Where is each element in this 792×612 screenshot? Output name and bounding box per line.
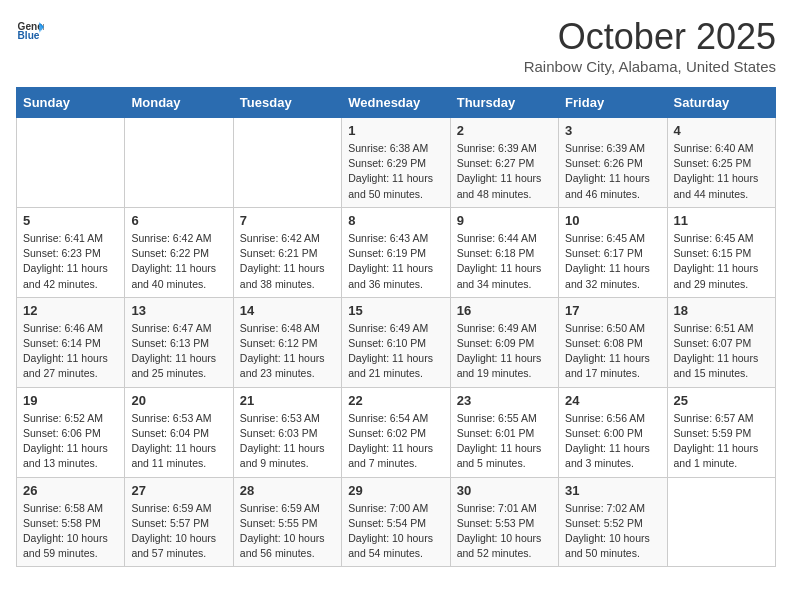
calendar-cell: 25Sunrise: 6:57 AM Sunset: 5:59 PM Dayli…	[667, 387, 775, 477]
calendar-cell: 14Sunrise: 6:48 AM Sunset: 6:12 PM Dayli…	[233, 297, 341, 387]
day-number: 23	[457, 393, 552, 408]
calendar-week-1: 1Sunrise: 6:38 AM Sunset: 6:29 PM Daylig…	[17, 118, 776, 208]
page-header: General Blue October 2025 Rainbow City, …	[16, 16, 776, 75]
day-content: Sunrise: 6:55 AM Sunset: 6:01 PM Dayligh…	[457, 411, 552, 472]
day-content: Sunrise: 6:48 AM Sunset: 6:12 PM Dayligh…	[240, 321, 335, 382]
day-content: Sunrise: 6:57 AM Sunset: 5:59 PM Dayligh…	[674, 411, 769, 472]
day-number: 16	[457, 303, 552, 318]
month-title: October 2025	[524, 16, 776, 58]
day-content: Sunrise: 6:53 AM Sunset: 6:04 PM Dayligh…	[131, 411, 226, 472]
day-number: 13	[131, 303, 226, 318]
day-content: Sunrise: 7:01 AM Sunset: 5:53 PM Dayligh…	[457, 501, 552, 562]
day-content: Sunrise: 6:43 AM Sunset: 6:19 PM Dayligh…	[348, 231, 443, 292]
calendar-cell: 17Sunrise: 6:50 AM Sunset: 6:08 PM Dayli…	[559, 297, 667, 387]
calendar-cell: 26Sunrise: 6:58 AM Sunset: 5:58 PM Dayli…	[17, 477, 125, 567]
calendar-cell: 23Sunrise: 6:55 AM Sunset: 6:01 PM Dayli…	[450, 387, 558, 477]
day-number: 2	[457, 123, 552, 138]
day-number: 7	[240, 213, 335, 228]
day-number: 21	[240, 393, 335, 408]
day-header-sunday: Sunday	[17, 88, 125, 118]
calendar-cell: 27Sunrise: 6:59 AM Sunset: 5:57 PM Dayli…	[125, 477, 233, 567]
day-number: 8	[348, 213, 443, 228]
calendar-cell: 21Sunrise: 6:53 AM Sunset: 6:03 PM Dayli…	[233, 387, 341, 477]
day-content: Sunrise: 6:46 AM Sunset: 6:14 PM Dayligh…	[23, 321, 118, 382]
calendar-week-4: 19Sunrise: 6:52 AM Sunset: 6:06 PM Dayli…	[17, 387, 776, 477]
calendar-cell: 3Sunrise: 6:39 AM Sunset: 6:26 PM Daylig…	[559, 118, 667, 208]
calendar-cell: 11Sunrise: 6:45 AM Sunset: 6:15 PM Dayli…	[667, 207, 775, 297]
day-content: Sunrise: 7:00 AM Sunset: 5:54 PM Dayligh…	[348, 501, 443, 562]
day-content: Sunrise: 6:47 AM Sunset: 6:13 PM Dayligh…	[131, 321, 226, 382]
day-content: Sunrise: 6:45 AM Sunset: 6:17 PM Dayligh…	[565, 231, 660, 292]
day-content: Sunrise: 6:42 AM Sunset: 6:21 PM Dayligh…	[240, 231, 335, 292]
calendar-cell: 18Sunrise: 6:51 AM Sunset: 6:07 PM Dayli…	[667, 297, 775, 387]
calendar-week-5: 26Sunrise: 6:58 AM Sunset: 5:58 PM Dayli…	[17, 477, 776, 567]
calendar-cell: 16Sunrise: 6:49 AM Sunset: 6:09 PM Dayli…	[450, 297, 558, 387]
day-number: 28	[240, 483, 335, 498]
calendar-cell: 24Sunrise: 6:56 AM Sunset: 6:00 PM Dayli…	[559, 387, 667, 477]
day-content: Sunrise: 6:38 AM Sunset: 6:29 PM Dayligh…	[348, 141, 443, 202]
day-content: Sunrise: 6:56 AM Sunset: 6:00 PM Dayligh…	[565, 411, 660, 472]
day-header-monday: Monday	[125, 88, 233, 118]
day-header-saturday: Saturday	[667, 88, 775, 118]
day-header-friday: Friday	[559, 88, 667, 118]
day-number: 10	[565, 213, 660, 228]
calendar-cell: 19Sunrise: 6:52 AM Sunset: 6:06 PM Dayli…	[17, 387, 125, 477]
day-content: Sunrise: 6:44 AM Sunset: 6:18 PM Dayligh…	[457, 231, 552, 292]
logo-icon: General Blue	[16, 16, 44, 44]
calendar-cell: 2Sunrise: 6:39 AM Sunset: 6:27 PM Daylig…	[450, 118, 558, 208]
calendar-cell: 28Sunrise: 6:59 AM Sunset: 5:55 PM Dayli…	[233, 477, 341, 567]
day-number: 11	[674, 213, 769, 228]
calendar-cell: 20Sunrise: 6:53 AM Sunset: 6:04 PM Dayli…	[125, 387, 233, 477]
day-number: 18	[674, 303, 769, 318]
day-content: Sunrise: 6:50 AM Sunset: 6:08 PM Dayligh…	[565, 321, 660, 382]
day-number: 12	[23, 303, 118, 318]
day-number: 5	[23, 213, 118, 228]
day-header-thursday: Thursday	[450, 88, 558, 118]
location-subtitle: Rainbow City, Alabama, United States	[524, 58, 776, 75]
day-content: Sunrise: 6:41 AM Sunset: 6:23 PM Dayligh…	[23, 231, 118, 292]
day-content: Sunrise: 6:51 AM Sunset: 6:07 PM Dayligh…	[674, 321, 769, 382]
day-content: Sunrise: 6:58 AM Sunset: 5:58 PM Dayligh…	[23, 501, 118, 562]
calendar-cell: 5Sunrise: 6:41 AM Sunset: 6:23 PM Daylig…	[17, 207, 125, 297]
day-number: 15	[348, 303, 443, 318]
calendar-cell: 9Sunrise: 6:44 AM Sunset: 6:18 PM Daylig…	[450, 207, 558, 297]
day-number: 3	[565, 123, 660, 138]
day-number: 27	[131, 483, 226, 498]
day-number: 9	[457, 213, 552, 228]
day-content: Sunrise: 6:59 AM Sunset: 5:57 PM Dayligh…	[131, 501, 226, 562]
day-content: Sunrise: 6:54 AM Sunset: 6:02 PM Dayligh…	[348, 411, 443, 472]
day-number: 25	[674, 393, 769, 408]
calendar-cell	[17, 118, 125, 208]
day-content: Sunrise: 6:39 AM Sunset: 6:26 PM Dayligh…	[565, 141, 660, 202]
day-number: 4	[674, 123, 769, 138]
day-content: Sunrise: 6:49 AM Sunset: 6:09 PM Dayligh…	[457, 321, 552, 382]
calendar-cell: 7Sunrise: 6:42 AM Sunset: 6:21 PM Daylig…	[233, 207, 341, 297]
day-header-tuesday: Tuesday	[233, 88, 341, 118]
day-number: 26	[23, 483, 118, 498]
day-number: 17	[565, 303, 660, 318]
calendar-cell: 4Sunrise: 6:40 AM Sunset: 6:25 PM Daylig…	[667, 118, 775, 208]
calendar-cell	[125, 118, 233, 208]
calendar-header-row: SundayMondayTuesdayWednesdayThursdayFrid…	[17, 88, 776, 118]
calendar-week-2: 5Sunrise: 6:41 AM Sunset: 6:23 PM Daylig…	[17, 207, 776, 297]
logo: General Blue	[16, 16, 44, 44]
day-content: Sunrise: 6:39 AM Sunset: 6:27 PM Dayligh…	[457, 141, 552, 202]
day-number: 29	[348, 483, 443, 498]
calendar-cell: 6Sunrise: 6:42 AM Sunset: 6:22 PM Daylig…	[125, 207, 233, 297]
calendar-cell: 22Sunrise: 6:54 AM Sunset: 6:02 PM Dayli…	[342, 387, 450, 477]
day-content: Sunrise: 6:45 AM Sunset: 6:15 PM Dayligh…	[674, 231, 769, 292]
calendar-cell: 12Sunrise: 6:46 AM Sunset: 6:14 PM Dayli…	[17, 297, 125, 387]
day-number: 22	[348, 393, 443, 408]
calendar-cell: 1Sunrise: 6:38 AM Sunset: 6:29 PM Daylig…	[342, 118, 450, 208]
calendar-cell: 31Sunrise: 7:02 AM Sunset: 5:52 PM Dayli…	[559, 477, 667, 567]
calendar-cell: 10Sunrise: 6:45 AM Sunset: 6:17 PM Dayli…	[559, 207, 667, 297]
day-content: Sunrise: 6:49 AM Sunset: 6:10 PM Dayligh…	[348, 321, 443, 382]
calendar-cell: 29Sunrise: 7:00 AM Sunset: 5:54 PM Dayli…	[342, 477, 450, 567]
calendar-week-3: 12Sunrise: 6:46 AM Sunset: 6:14 PM Dayli…	[17, 297, 776, 387]
day-content: Sunrise: 6:40 AM Sunset: 6:25 PM Dayligh…	[674, 141, 769, 202]
day-number: 6	[131, 213, 226, 228]
day-content: Sunrise: 7:02 AM Sunset: 5:52 PM Dayligh…	[565, 501, 660, 562]
calendar-cell: 15Sunrise: 6:49 AM Sunset: 6:10 PM Dayli…	[342, 297, 450, 387]
day-number: 31	[565, 483, 660, 498]
calendar-cell	[233, 118, 341, 208]
